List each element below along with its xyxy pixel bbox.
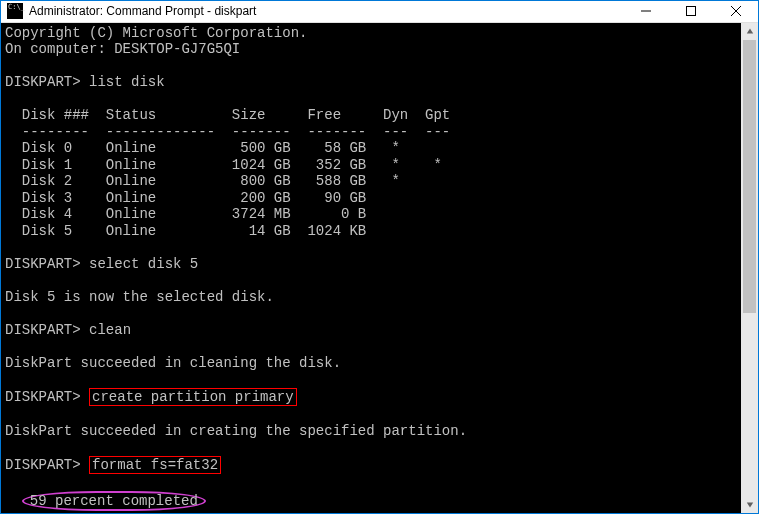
msg-created: DiskPart succeeded in creating the speci… bbox=[5, 423, 737, 440]
cmd-create-partition-highlight: create partition primary bbox=[89, 388, 297, 407]
minimize-icon bbox=[641, 6, 651, 16]
progress-line: 59 percent completed bbox=[5, 491, 737, 512]
window-title: Administrator: Command Prompt - diskpart bbox=[29, 4, 256, 18]
scroll-up-button[interactable] bbox=[741, 23, 758, 40]
scrollbar-thumb[interactable] bbox=[743, 40, 756, 314]
disk-row: Disk 0 Online 500 GB 58 GB * bbox=[5, 140, 737, 157]
svg-marker-4 bbox=[746, 29, 752, 34]
prompt: DISKPART> bbox=[5, 389, 81, 405]
disk-row: Disk 4 Online 3724 MB 0 B bbox=[5, 206, 737, 223]
prompt: DISKPART> bbox=[5, 74, 81, 90]
close-icon bbox=[731, 6, 741, 16]
table-header: Disk ### Status Size Free Dyn Gpt bbox=[5, 107, 737, 124]
scrollbar-track[interactable] bbox=[741, 40, 758, 497]
disk-row: Disk 5 Online 14 GB 1024 KB bbox=[5, 223, 737, 240]
cmd-clean: clean bbox=[89, 322, 131, 338]
terminal-output[interactable]: Copyright (C) Microsoft Corporation.On c… bbox=[1, 23, 741, 514]
prompt-line: DISKPART> list disk bbox=[5, 74, 737, 91]
copyright-line: Copyright (C) Microsoft Corporation. bbox=[5, 25, 737, 42]
disk-row: Disk 2 Online 800 GB 588 GB * bbox=[5, 173, 737, 190]
maximize-button[interactable] bbox=[668, 1, 713, 22]
cmd-list-disk: list disk bbox=[89, 74, 165, 90]
disk-row: Disk 1 Online 1024 GB 352 GB * * bbox=[5, 157, 737, 174]
prompt: DISKPART> bbox=[5, 256, 81, 272]
prompt-line: DISKPART> clean bbox=[5, 322, 737, 339]
vertical-scrollbar[interactable] bbox=[741, 23, 758, 514]
table-header-sep: -------- ------------- ------- ------- -… bbox=[5, 124, 737, 141]
chevron-up-icon bbox=[746, 27, 754, 35]
disk-row: Disk 3 Online 200 GB 90 GB bbox=[5, 190, 737, 207]
cmd-icon bbox=[7, 3, 23, 19]
scroll-down-button[interactable] bbox=[741, 496, 758, 513]
svg-marker-5 bbox=[746, 502, 752, 507]
window-body: Copyright (C) Microsoft Corporation.On c… bbox=[1, 23, 758, 514]
prompt-line: DISKPART> create partition primary bbox=[5, 388, 737, 407]
msg-cleaned: DiskPart succeeded in cleaning the disk. bbox=[5, 355, 737, 372]
app-window: Administrator: Command Prompt - diskpart… bbox=[0, 0, 759, 514]
computer-line: On computer: DESKTOP-GJ7G5QI bbox=[5, 41, 737, 58]
close-button[interactable] bbox=[713, 1, 758, 22]
prompt-line: DISKPART> format fs=fat32 bbox=[5, 456, 737, 475]
window-controls bbox=[623, 1, 758, 22]
svg-rect-1 bbox=[686, 7, 695, 16]
cmd-select-disk: select disk 5 bbox=[89, 256, 198, 272]
prompt: DISKPART> bbox=[5, 457, 81, 473]
cmd-format-highlight: format fs=fat32 bbox=[89, 456, 221, 475]
msg-selected: Disk 5 is now the selected disk. bbox=[5, 289, 737, 306]
prompt: DISKPART> bbox=[5, 322, 81, 338]
titlebar[interactable]: Administrator: Command Prompt - diskpart bbox=[1, 1, 758, 23]
maximize-icon bbox=[686, 6, 696, 16]
progress-highlight: 59 percent completed bbox=[22, 491, 206, 512]
minimize-button[interactable] bbox=[623, 1, 668, 22]
prompt-line: DISKPART> select disk 5 bbox=[5, 256, 737, 273]
chevron-down-icon bbox=[746, 501, 754, 509]
